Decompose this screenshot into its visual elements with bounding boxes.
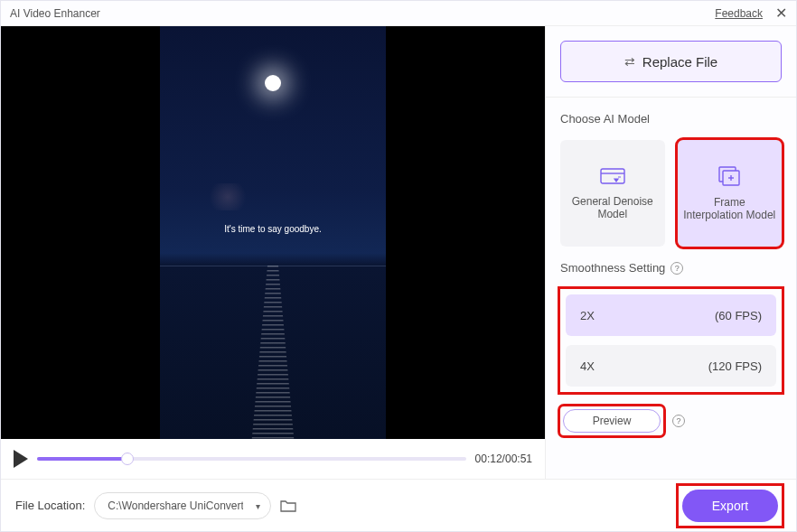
- smoothness-options: 2X (60 FPS) 4X (120 FPS): [560, 289, 782, 392]
- left-pane: It's time to say goodbye. 00:12/00:51: [1, 26, 545, 479]
- app-title: AI Video Enhancer: [10, 7, 100, 20]
- cloud-graphic: [205, 183, 250, 210]
- model-cards: General Denoise Model Frame Interpolatio…: [560, 140, 782, 247]
- model-label: General Denoise Model: [566, 195, 660, 220]
- replace-file-button[interactable]: ⇄ Replace File: [560, 41, 782, 82]
- help-icon[interactable]: ?: [672, 415, 685, 427]
- model-heading: Choose AI Model: [560, 112, 782, 126]
- video-frame: It's time to say goodbye.: [160, 26, 386, 439]
- smoothness-heading: Smoothness Setting ?: [560, 261, 782, 275]
- replace-file-label: Replace File: [642, 54, 717, 70]
- file-location-select[interactable]: [94, 492, 271, 519]
- titlebar-right: Feedback ✕: [715, 6, 787, 21]
- interpolation-icon: [717, 165, 742, 187]
- svg-rect-0: [601, 169, 624, 183]
- divider: [546, 97, 796, 98]
- main-body: It's time to say goodbye. 00:12/00:51 ⇄ …: [1, 26, 796, 479]
- feedback-link[interactable]: Feedback: [715, 7, 763, 20]
- export-label: Export: [712, 499, 748, 513]
- smoothness-mult: 2X: [580, 309, 595, 322]
- smoothness-fps: (120 FPS): [708, 359, 762, 373]
- settings-panel: ⇄ Replace File Choose AI Model General D…: [545, 26, 796, 479]
- progress-thumb[interactable]: [121, 453, 134, 465]
- path-select-wrap: [94, 492, 271, 519]
- close-icon[interactable]: ✕: [775, 6, 787, 21]
- timecode: 00:12/00:51: [475, 453, 532, 465]
- help-icon[interactable]: ?: [670, 262, 683, 275]
- preview-row: Preview ?: [560, 406, 782, 435]
- smoothness-2x[interactable]: 2X (60 FPS): [566, 294, 776, 336]
- progress-fill: [37, 457, 127, 461]
- moon-graphic: [265, 75, 281, 91]
- titlebar: AI Video Enhancer Feedback ✕: [1, 1, 796, 26]
- moon-reflection: [246, 266, 300, 439]
- model-general-denoise[interactable]: General Denoise Model: [560, 140, 665, 247]
- video-preview[interactable]: It's time to say goodbye.: [1, 26, 545, 439]
- preview-button[interactable]: Preview: [563, 409, 661, 433]
- preview-highlight: Preview: [560, 406, 663, 435]
- model-frame-interpolation[interactable]: Frame Interpolation Model: [678, 140, 783, 247]
- smoothness-mult: 4X: [580, 359, 595, 373]
- denoise-icon: [600, 166, 625, 186]
- folder-icon[interactable]: [280, 499, 296, 512]
- footer: File Location: Export: [1, 479, 796, 531]
- play-icon[interactable]: [14, 450, 28, 468]
- smoothness-heading-text: Smoothness Setting: [560, 261, 665, 275]
- smoothness-fps: (60 FPS): [715, 309, 762, 322]
- preview-label: Preview: [593, 415, 632, 427]
- video-caption: It's time to say goodbye.: [224, 224, 322, 234]
- export-highlight: Export: [679, 486, 782, 526]
- file-location-label: File Location:: [15, 499, 85, 512]
- smoothness-4x[interactable]: 4X (120 FPS): [566, 345, 776, 387]
- swap-icon: ⇄: [624, 54, 635, 69]
- playback-controls: 00:12/00:51: [1, 439, 545, 479]
- model-label: Frame Interpolation Model: [683, 196, 777, 221]
- export-button[interactable]: Export: [682, 490, 778, 522]
- progress-bar[interactable]: [37, 457, 466, 461]
